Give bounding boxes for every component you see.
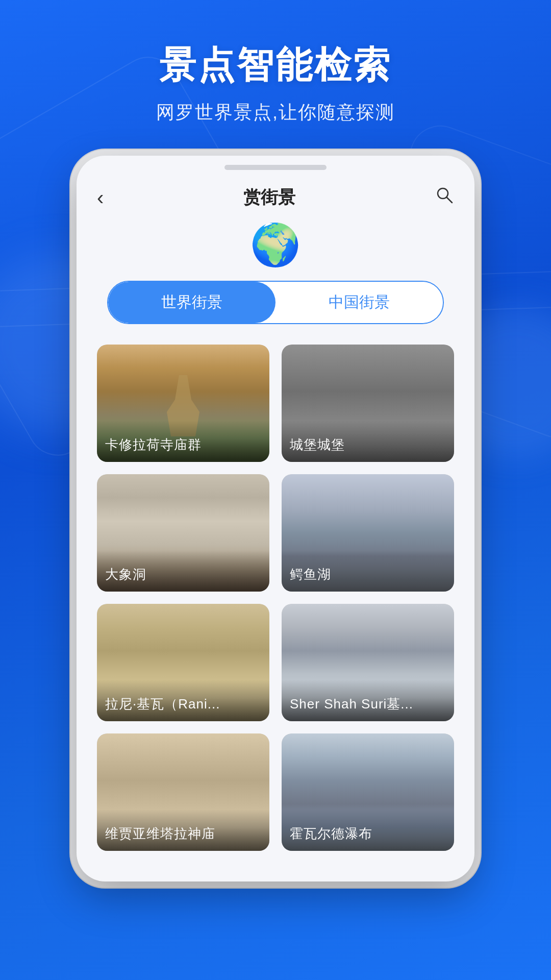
card-label-6: Sher Shah Suri墓... <box>282 680 454 721</box>
card-2[interactable]: 城堡城堡 <box>282 345 454 462</box>
search-icon[interactable] <box>435 185 454 209</box>
card-1[interactable]: 卡修拉荷寺庙群 <box>97 345 269 462</box>
sub-title: 网罗世界景点,让你随意探测 <box>0 100 551 125</box>
card-5[interactable]: 拉尼·基瓦（Rani... <box>97 604 269 721</box>
card-label-2: 城堡城堡 <box>282 421 454 462</box>
tab-switcher: 世界街景 中国街景 <box>107 281 444 324</box>
card-label-5: 拉尼·基瓦（Rani... <box>97 680 269 721</box>
card-label-3: 大象洞 <box>97 550 269 592</box>
card-8[interactable]: 霍瓦尔德瀑布 <box>282 733 454 851</box>
nav-bar: ‹ 赏街景 <box>77 170 474 219</box>
phone-notch <box>224 165 327 170</box>
card-6[interactable]: Sher Shah Suri墓... <box>282 604 454 721</box>
svg-line-1 <box>447 198 452 203</box>
tab-world[interactable]: 世界街景 <box>108 282 276 323</box>
back-button[interactable]: ‹ <box>97 187 104 208</box>
card-7[interactable]: 维贾亚维塔拉神庙 <box>97 733 269 851</box>
tab-china[interactable]: 中国街景 <box>276 282 443 323</box>
card-3[interactable]: 大象洞 <box>97 474 269 592</box>
phone-mockup: ‹ 赏街景 🌍 世界街景 中国街景 卡修拉荷寺庙群城堡城堡大象洞鳄鱼湖拉尼·基瓦… <box>77 156 474 881</box>
phone-content: ‹ 赏街景 🌍 世界街景 中国街景 卡修拉荷寺庙群城堡城堡大象洞鳄鱼湖拉尼·基瓦… <box>77 170 474 861</box>
attractions-grid: 卡修拉荷寺庙群城堡城堡大象洞鳄鱼湖拉尼·基瓦（Rani...Sher Shah … <box>77 345 474 851</box>
main-title: 景点智能检索 <box>0 41 551 90</box>
card-label-7: 维贾亚维塔拉神庙 <box>97 810 269 851</box>
card-label-8: 霍瓦尔德瀑布 <box>282 810 454 851</box>
card-4[interactable]: 鳄鱼湖 <box>282 474 454 592</box>
globe-area: 🌍 <box>77 219 474 281</box>
card-label-1: 卡修拉荷寺庙群 <box>97 421 269 462</box>
globe-icon: 🌍 <box>250 222 301 267</box>
card-label-4: 鳄鱼湖 <box>282 550 454 592</box>
header-area: 景点智能检索 网罗世界景点,让你随意探测 <box>0 0 551 125</box>
svg-point-0 <box>438 188 448 199</box>
nav-title: 赏街景 <box>243 186 295 209</box>
